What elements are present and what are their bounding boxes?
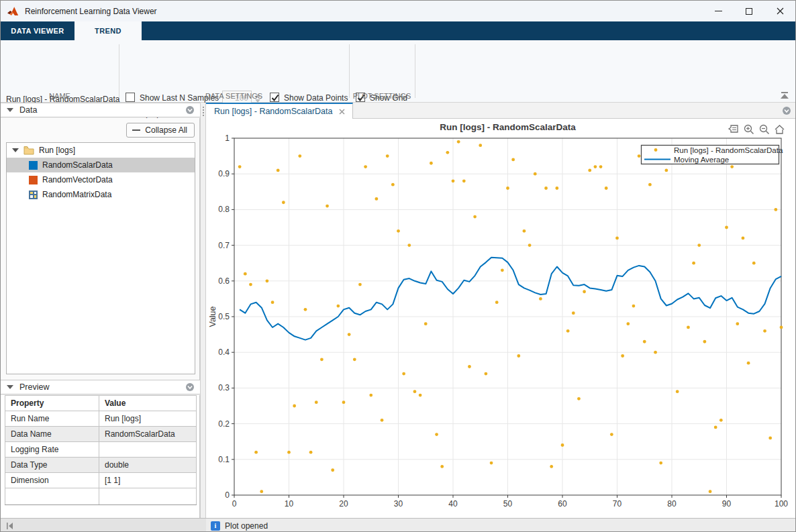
- splitter-handle: [203, 107, 204, 116]
- collapse-ribbon-icon[interactable]: [779, 91, 790, 99]
- y-axis-label: Value: [208, 306, 217, 327]
- status-splitter: [200, 518, 206, 532]
- grid-lines: [234, 138, 781, 495]
- y-tick-label: 0.2: [218, 419, 230, 429]
- data-tree: Run [logs] RandomScalarDataRandomVectorD…: [6, 142, 195, 374]
- plot-document: 010203040506070809010000.10.20.30.40.50.…: [206, 119, 796, 518]
- table-row: Data NameRandomScalarData: [5, 427, 197, 442]
- axes-toolbar: [727, 123, 786, 136]
- table-row: Logging Rate: [5, 442, 197, 458]
- value-cell: [99, 488, 197, 505]
- section-divider: [119, 44, 119, 98]
- section-label-data-settings: DATA SETTINGS: [119, 92, 349, 100]
- y-tick-label: 0.8: [218, 205, 230, 214]
- y-tick-label: 0.7: [218, 241, 230, 250]
- x-tick-label: 30: [394, 499, 403, 509]
- x-tick-label: 100: [775, 499, 788, 509]
- zoom-in-button[interactable]: [742, 123, 755, 136]
- title-bar: Reinforcement Learning Data Viewer: [1, 1, 795, 21]
- y-tick-label: 0.4: [218, 348, 230, 357]
- scalar-data-icon: [29, 161, 38, 170]
- plot-document-tab[interactable]: Run [logs] - RandomScalarData: [206, 103, 353, 119]
- window-title: Reinforcement Learning Data Viewer: [25, 7, 157, 16]
- y-tick-label: 0.6: [218, 276, 230, 286]
- x-tick-label: 10: [285, 499, 294, 509]
- restore-view-button[interactable]: [773, 123, 786, 136]
- property-cell: Run Name: [5, 411, 99, 427]
- x-tick-label: 80: [667, 499, 677, 509]
- left-panel-status-strip: [1, 518, 200, 532]
- data-panel-header[interactable]: Data: [1, 103, 200, 117]
- panel-options-icon[interactable]: [185, 105, 195, 115]
- tab-trend[interactable]: TREND: [74, 21, 142, 40]
- tree-item-label: RandomVectorData: [42, 175, 113, 184]
- tree-item-RandomVectorData[interactable]: RandomVectorData: [7, 172, 195, 187]
- x-tick-label: 90: [722, 499, 732, 509]
- collapse-left-panel-icon[interactable]: [6, 522, 14, 530]
- tab-data-viewer[interactable]: DATA VIEWER: [1, 21, 74, 40]
- plot-title: Run [logs] - RandomScalarData: [440, 122, 576, 132]
- close-icon: [777, 7, 784, 15]
- preview-table: PropertyValueRun NameRun [logs]Data Name…: [5, 395, 197, 505]
- minimize-icon: [715, 11, 722, 11]
- panel-options-icon[interactable]: [782, 106, 791, 115]
- plot-canvas[interactable]: 010203040506070809010000.10.20.30.40.50.…: [206, 119, 796, 518]
- panel-splitter[interactable]: [200, 103, 206, 518]
- property-cell: Logging Rate: [5, 442, 99, 458]
- plot-tab-label: Run [logs] - RandomScalarData: [214, 107, 332, 116]
- collapse-all-label: Collapse All: [145, 125, 187, 135]
- panel-collapse-icon[interactable]: [7, 385, 13, 389]
- tree-root-row[interactable]: Run [logs]: [7, 143, 195, 158]
- value-cell: [99, 442, 197, 458]
- close-button[interactable]: [764, 1, 795, 21]
- data-panel-body: Collapse All Run [logs] RandomScalarData…: [1, 118, 200, 380]
- property-cell: Property: [5, 396, 99, 411]
- data-tree-items: RandomScalarDataRandomVectorDataRandomMa…: [7, 158, 195, 202]
- tree-expander-icon[interactable]: [12, 148, 19, 152]
- value-cell: [1 1]: [99, 473, 197, 488]
- y-tick-label: 0.5: [218, 312, 230, 321]
- maximize-icon: [746, 8, 752, 15]
- tree-item-RandomMatrixData[interactable]: RandomMatrixData: [7, 187, 195, 202]
- x-tick-label: 50: [503, 499, 513, 509]
- y-tick-label: 0.9: [218, 169, 230, 178]
- legend-entry-scatter: Run [logs] - RandomScalarData: [674, 146, 783, 154]
- toolstrip: Run [logs] - RandomScalarData NAME Show …: [1, 40, 795, 103]
- minus-icon: [132, 129, 140, 131]
- maximize-button[interactable]: [734, 1, 764, 21]
- x-tick-label: 40: [448, 499, 458, 509]
- minimize-button[interactable]: [703, 1, 734, 21]
- tree-item-label: RandomScalarData: [42, 160, 113, 170]
- x-tick-label: 60: [558, 499, 567, 509]
- tab-close-icon[interactable]: [338, 108, 346, 115]
- collapse-all-button[interactable]: Collapse All: [126, 123, 195, 138]
- x-tick-label: 20: [339, 499, 348, 509]
- value-cell: Value: [99, 396, 197, 411]
- axis-ticks: 010203040506070809010000.10.20.30.40.50.…: [218, 134, 788, 509]
- panel-collapse-icon[interactable]: [7, 108, 13, 112]
- table-row: Dimension[1 1]: [5, 473, 197, 488]
- tree-item-RandomScalarData[interactable]: RandomScalarData: [7, 158, 195, 172]
- datatip-button[interactable]: [727, 123, 740, 136]
- zoom-out-icon: [759, 124, 770, 135]
- info-icon: i: [211, 521, 220, 531]
- preview-header-row: PropertyValue: [5, 396, 197, 411]
- value-cell: double: [99, 458, 197, 473]
- datatip-icon: [728, 124, 739, 134]
- section-label-name: NAME: [1, 92, 119, 100]
- property-cell: Dimension: [5, 473, 99, 488]
- y-tick-label: 0.1: [218, 455, 230, 464]
- value-cell: Run [logs]: [99, 411, 197, 427]
- status-bar: i Plot opened: [206, 518, 796, 532]
- preview-panel-header[interactable]: Preview: [1, 380, 200, 394]
- home-icon: [774, 124, 785, 135]
- tree-item-label: RandomMatrixData: [42, 190, 111, 199]
- x-tick-label: 0: [232, 499, 237, 509]
- document-tab-bar: Run [logs] - RandomScalarData: [206, 103, 796, 119]
- panel-options-icon[interactable]: [185, 382, 195, 392]
- app-window: Reinforcement Learning Data Viewer DATA …: [0, 0, 796, 532]
- legend[interactable]: Run [logs] - RandomScalarDataMoving Aver…: [642, 146, 783, 164]
- data-panel-title: Data: [19, 105, 37, 115]
- property-cell: Data Type: [5, 458, 99, 473]
- zoom-out-button[interactable]: [758, 123, 770, 136]
